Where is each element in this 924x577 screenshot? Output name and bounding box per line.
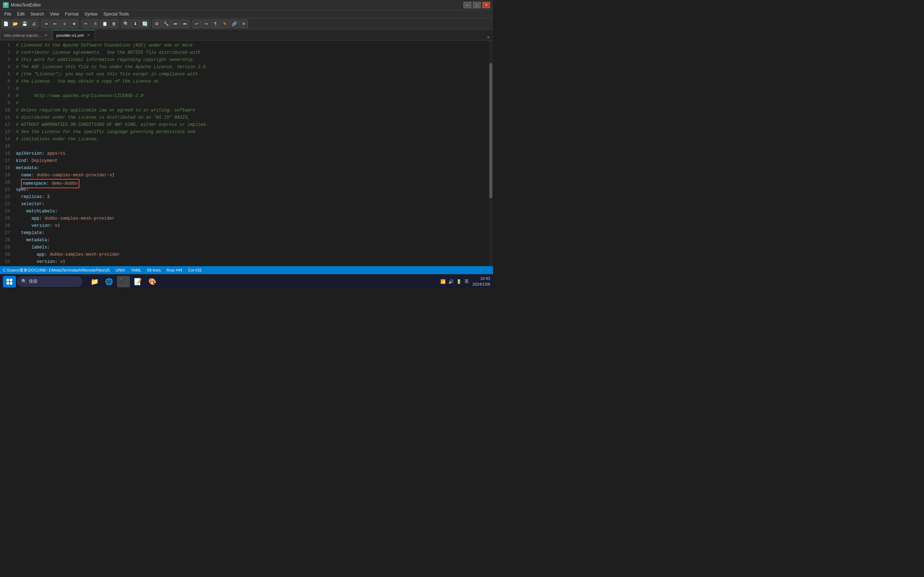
paste-button[interactable]: 📋 bbox=[100, 19, 109, 28]
code-line-25: app: dubbo-samples-mesh-provider bbox=[15, 215, 489, 222]
status-col: Col #32 bbox=[188, 268, 202, 272]
line-number-14: 14 bbox=[0, 135, 10, 143]
taskbar-notepad[interactable]: 📝 bbox=[131, 276, 144, 287]
tab-label: istio-sidecar-injecto... bbox=[4, 33, 41, 37]
search-next-button[interactable]: ⬇ bbox=[131, 19, 140, 28]
line-number-29: 29 bbox=[0, 244, 10, 251]
tab-provider-v1[interactable]: provider-v1.yml ✕ bbox=[52, 30, 95, 40]
highlight-btn[interactable]: ✎ bbox=[221, 19, 229, 28]
system-tray: 📶 🔊 🔋 英 bbox=[440, 279, 470, 285]
minimize-button[interactable]: ─ bbox=[464, 2, 472, 8]
status-bar: C:\Users\黄泰\DOCUME~1\MobaTerm\slash\Remo… bbox=[0, 266, 493, 274]
taskbar-file-explorer[interactable]: 📁 bbox=[88, 276, 101, 287]
tools-btn1[interactable]: ⚙ bbox=[152, 19, 161, 28]
copy-button[interactable]: ⎘ bbox=[91, 19, 100, 28]
tab-istio-sidecar[interactable]: istio-sidecar-injecto... ✕ bbox=[0, 30, 52, 40]
line-number-24: 24 bbox=[0, 208, 10, 215]
menu-search[interactable]: Search bbox=[27, 11, 47, 17]
search-label: 搜索 bbox=[29, 279, 37, 285]
taskbar-terminal[interactable]: ⬛ bbox=[117, 276, 130, 287]
tools-btn3[interactable]: ⬅ bbox=[171, 19, 180, 28]
code-line-23: selector: bbox=[15, 200, 489, 208]
line-number-30: 30 bbox=[0, 251, 10, 258]
close-button[interactable]: ✕ bbox=[482, 2, 490, 8]
code-line-7: # bbox=[15, 85, 489, 92]
tab-label-active: provider-v1.yml bbox=[56, 33, 83, 37]
title-bar: M MobaTextEditor ─ □ ✕ bbox=[0, 0, 493, 10]
status-path: C:\Users\黄泰\DOCUME~1\MobaTerm\slash\Remo… bbox=[3, 268, 110, 273]
save-button[interactable]: 💾 bbox=[20, 19, 29, 28]
line-number-13: 13 bbox=[0, 128, 10, 135]
close-btn[interactable]: ✕ bbox=[239, 19, 248, 28]
menu-edit[interactable]: Edit bbox=[14, 11, 27, 17]
code-line-9: # bbox=[15, 100, 489, 107]
taskbar-right: 📶 🔊 🔋 英 10:43 2024/1/08 bbox=[440, 276, 490, 287]
code-line-12: # WITHOUT WARRANTIES OR CONDITIONS OF AN… bbox=[15, 121, 489, 128]
bookmark-button[interactable]: ★ bbox=[69, 19, 78, 28]
tab-close-istio[interactable]: ✕ bbox=[43, 33, 48, 38]
replace-button[interactable]: 🔄 bbox=[141, 19, 149, 28]
line-number-10: 10 bbox=[0, 107, 10, 114]
taskbar-search[interactable]: 🔍 搜索 bbox=[17, 277, 82, 287]
tools-btn4[interactable]: ➡ bbox=[181, 19, 189, 28]
redo-button[interactable]: ↪ bbox=[202, 19, 210, 28]
title-bar-text: MobaTextEditor bbox=[11, 3, 464, 8]
tray-network-icon[interactable]: 📶 bbox=[440, 279, 446, 285]
indent-button[interactable]: ⇥ bbox=[42, 19, 50, 28]
toolbar-sep-3 bbox=[120, 20, 120, 27]
link-btn[interactable]: 🔗 bbox=[230, 19, 239, 28]
taskbar-browser[interactable]: 🌐 bbox=[102, 276, 115, 287]
menu-format[interactable]: Format bbox=[62, 11, 82, 17]
scrollbar-vertical[interactable] bbox=[489, 40, 493, 266]
code-line-14: # limitations under the License. bbox=[15, 135, 489, 143]
line-number-12: 12 bbox=[0, 121, 10, 128]
line-number-31: 31 bbox=[0, 258, 10, 266]
menu-file[interactable]: File bbox=[2, 11, 14, 17]
code-line-11: # distributed under the License is distr… bbox=[15, 114, 489, 121]
line-number-20: 20 bbox=[0, 179, 10, 186]
tray-lang-icon[interactable]: 英 bbox=[464, 279, 470, 285]
taskbar-apps: 📁 🌐 ⬛ 📝 🎨 bbox=[88, 276, 159, 287]
new-file-button[interactable]: 📄 bbox=[2, 19, 10, 28]
line-numbers: 1234567891011121314151617181920212223242… bbox=[0, 40, 13, 266]
code-line-10: # Unless required by applicable law or a… bbox=[15, 107, 489, 114]
print-button[interactable]: 🖨 bbox=[30, 19, 38, 28]
windows-icon bbox=[6, 279, 12, 285]
delete-button[interactable]: 🗑 bbox=[110, 19, 118, 28]
line-number-18: 18 bbox=[0, 164, 10, 172]
line-number-3: 3 bbox=[0, 56, 10, 63]
menu-special-tools[interactable]: Special Tools bbox=[101, 11, 132, 17]
start-button[interactable] bbox=[3, 276, 16, 287]
tab-close-provider[interactable]: ✕ bbox=[86, 33, 91, 38]
line-number-16: 16 bbox=[0, 150, 10, 157]
tray-sound-icon[interactable]: 🔊 bbox=[448, 279, 454, 285]
cut-button[interactable]: ✂ bbox=[82, 19, 90, 28]
maximize-button[interactable]: □ bbox=[473, 2, 481, 8]
line-number-9: 9 bbox=[0, 100, 10, 107]
search-icon: 🔍 bbox=[21, 279, 27, 284]
menu-view[interactable]: View bbox=[47, 11, 62, 17]
tray-battery-icon[interactable]: 🔋 bbox=[456, 279, 462, 285]
outdent-button[interactable]: ⇤ bbox=[51, 19, 60, 28]
format-btn[interactable]: ¶ bbox=[211, 19, 220, 28]
line-number-1: 1 bbox=[0, 42, 10, 49]
line-number-23: 23 bbox=[0, 200, 10, 208]
scrollbar-thumb[interactable] bbox=[489, 63, 492, 199]
taskbar-paint[interactable]: 🎨 bbox=[146, 276, 159, 287]
tools-btn2[interactable]: 🔧 bbox=[162, 19, 170, 28]
editor-container: 1234567891011121314151617181920212223242… bbox=[0, 40, 493, 266]
menu-syntax[interactable]: Syntax bbox=[82, 11, 101, 17]
code-area[interactable]: # Licensed to the Apache Software Founda… bbox=[13, 40, 489, 266]
toolbar: 📄 📂 💾 🖨 ⇥ ⇤ ≡ ★ ✂ ⎘ 📋 🗑 🔍 ⬇ 🔄 ⚙ 🔧 ⬅ ➡ ↩ … bbox=[0, 18, 493, 29]
status-lines: 68 lines bbox=[147, 268, 161, 272]
code-line-13: # See the License for the specific langu… bbox=[15, 128, 489, 135]
code-line-1: # Licensed to the Apache Software Founda… bbox=[15, 42, 489, 49]
line-number-22: 22 bbox=[0, 193, 10, 200]
code-line-24: matchLabels: bbox=[15, 208, 489, 215]
undo-button[interactable]: ↩ bbox=[192, 19, 201, 28]
search-button[interactable]: 🔍 bbox=[122, 19, 130, 28]
open-button[interactable]: 📂 bbox=[11, 19, 19, 28]
list-button[interactable]: ≡ bbox=[60, 19, 69, 28]
code-line-22: replicas: 2 bbox=[15, 193, 489, 200]
tab-scroll-right[interactable]: ▸ bbox=[486, 34, 492, 40]
